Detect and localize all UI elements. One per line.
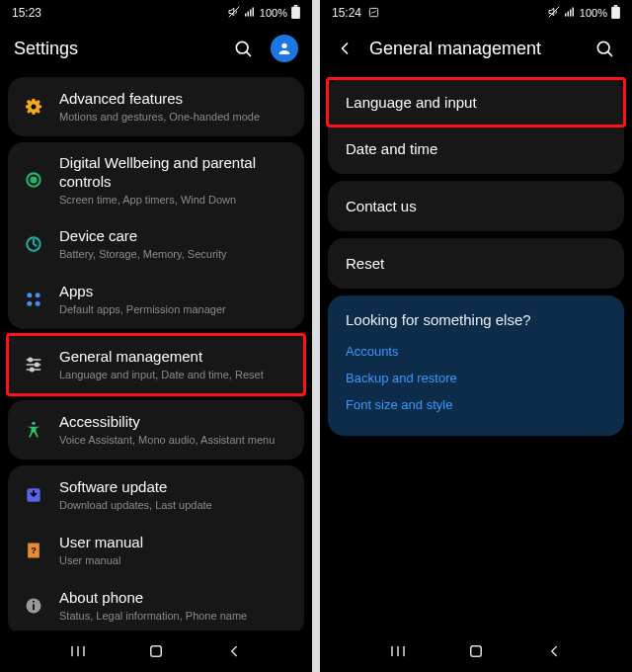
- nav-back[interactable]: [223, 640, 245, 662]
- row-title: General management: [59, 348, 290, 367]
- row-subtitle: Battery, Storage, Memory, Security: [59, 247, 290, 261]
- svg-rect-35: [471, 646, 482, 657]
- svg-rect-31: [572, 8, 574, 17]
- svg-rect-2: [250, 10, 252, 17]
- status-bar: 15:24 100%: [320, 0, 632, 26]
- tips-card: Looking for something else? Accounts Bac…: [328, 295, 624, 436]
- update-icon: [22, 483, 45, 507]
- back-button[interactable]: [334, 38, 356, 59]
- svg-rect-32: [611, 7, 620, 19]
- settings-row-general[interactable]: General managementLanguage and input, Da…: [8, 337, 304, 392]
- row-reset[interactable]: Reset: [328, 240, 624, 287]
- settings-row-wellbeing[interactable]: Digital Wellbeing and parental controlsS…: [8, 144, 304, 216]
- svg-rect-33: [614, 5, 618, 7]
- nav-recents[interactable]: [387, 640, 409, 662]
- search-button[interactable]: [591, 35, 618, 62]
- settings-row-advanced[interactable]: Advanced featuresMotions and gestures, O…: [8, 79, 304, 134]
- svg-rect-26: [151, 646, 162, 657]
- mute-icon: [228, 6, 240, 20]
- gm-group-3: Reset: [328, 238, 624, 289]
- row-subtitle: Language and input, Date and time, Reset: [59, 368, 290, 381]
- svg-point-7: [281, 43, 286, 48]
- tip-link-backup[interactable]: Backup and restore: [346, 365, 606, 391]
- nav-home[interactable]: [465, 640, 487, 662]
- settings-row-devicecare[interactable]: Device careBattery, Storage, Memory, Sec…: [8, 216, 304, 272]
- apps-icon: [22, 288, 45, 311]
- settings-row-update[interactable]: Software updateDownload updates, Last up…: [8, 467, 304, 523]
- settings-row-apps[interactable]: AppsDefault apps, Permission manager: [8, 272, 304, 327]
- settings-list: Advanced featuresMotions and gestures, O…: [0, 71, 312, 630]
- row-date-and-time[interactable]: Date and time: [328, 126, 624, 172]
- row-title: Apps: [59, 283, 290, 301]
- settings-row-about[interactable]: About phoneStatus, Legal information, Ph…: [8, 578, 304, 630]
- manual-icon: ?: [22, 539, 45, 562]
- row-contact-us[interactable]: Contact us: [328, 183, 624, 229]
- devicecare-icon: [22, 232, 45, 256]
- tip-link-accounts[interactable]: Accounts: [346, 338, 606, 365]
- about-icon: [22, 594, 45, 618]
- svg-point-6: [236, 42, 248, 53]
- settings-group: Digital Wellbeing and parental controlsS…: [8, 142, 304, 329]
- row-subtitle: Default apps, Permission manager: [59, 302, 290, 316]
- svg-point-19: [32, 421, 35, 424]
- settings-row-accessibility[interactable]: AccessibilityVoice Assistant, Mono audio…: [8, 402, 304, 458]
- row-subtitle: Voice Assistant, Mono audio, Assistant m…: [59, 433, 290, 447]
- svg-point-8: [32, 105, 37, 110]
- gm-header: General management: [320, 26, 632, 71]
- row-subtitle: Screen time, App timers, Wind Down: [59, 193, 290, 207]
- gm-group-1: Language and input Date and time: [328, 77, 624, 174]
- wellbeing-icon: [22, 168, 45, 192]
- battery-text: 100%: [260, 7, 287, 19]
- battery-icon: [291, 5, 300, 21]
- svg-rect-24: [33, 604, 35, 610]
- row-subtitle: Status, Legal information, Phone name: [59, 609, 290, 623]
- settings-row-manual[interactable]: ?User manualUser manual: [8, 523, 304, 578]
- status-bar: 15:23 100%: [0, 0, 312, 26]
- account-avatar[interactable]: [271, 35, 298, 62]
- page-title: Settings: [14, 39, 215, 59]
- svg-point-34: [597, 42, 609, 53]
- settings-screen: 15:23 100% Settings Advanced featuresMot…: [0, 0, 312, 672]
- row-title: Advanced features: [59, 90, 290, 109]
- status-right: 100%: [228, 5, 300, 21]
- signal-icon: [564, 6, 576, 20]
- svg-point-10: [32, 178, 37, 183]
- row-language-and-input[interactable]: Language and input: [328, 79, 624, 126]
- nav-bar: [0, 630, 312, 672]
- svg-rect-1: [247, 12, 249, 17]
- tips-title: Looking for something else?: [346, 311, 606, 328]
- nav-recents[interactable]: [67, 640, 89, 662]
- row-subtitle: Download updates, Last update: [59, 498, 290, 512]
- svg-rect-3: [252, 8, 254, 17]
- row-title: User manual: [59, 534, 290, 552]
- settings-group: AccessibilityVoice Assistant, Mono audio…: [8, 400, 304, 460]
- svg-point-15: [36, 300, 40, 305]
- row-subtitle: User manual: [59, 553, 290, 567]
- advanced-icon: [22, 95, 45, 119]
- status-time: 15:24: [332, 6, 379, 20]
- svg-point-17: [36, 363, 39, 366]
- row-subtitle: Motions and gestures, One-handed mode: [59, 110, 290, 124]
- settings-group: General managementLanguage and input, Da…: [8, 335, 304, 394]
- nav-back[interactable]: [543, 640, 565, 662]
- svg-rect-29: [567, 12, 569, 17]
- settings-header: Settings: [0, 26, 312, 71]
- svg-point-12: [27, 293, 32, 297]
- settings-group: Software updateDownload updates, Last up…: [8, 465, 304, 630]
- svg-rect-5: [294, 5, 298, 7]
- battery-text: 100%: [580, 7, 607, 19]
- status-right: 100%: [548, 5, 620, 21]
- svg-point-14: [27, 300, 32, 305]
- nav-bar: [320, 630, 632, 672]
- mute-icon: [548, 6, 560, 20]
- page-title: General management: [369, 39, 577, 59]
- search-button[interactable]: [229, 35, 257, 62]
- general-management-screen: 15:24 100% General management Language: [320, 0, 632, 672]
- general-icon: [22, 353, 45, 377]
- svg-point-13: [36, 293, 40, 297]
- signal-icon: [244, 6, 256, 20]
- nav-home[interactable]: [145, 640, 167, 662]
- svg-point-25: [33, 601, 35, 603]
- tip-link-font[interactable]: Font size and style: [346, 391, 606, 418]
- svg-rect-4: [291, 7, 300, 19]
